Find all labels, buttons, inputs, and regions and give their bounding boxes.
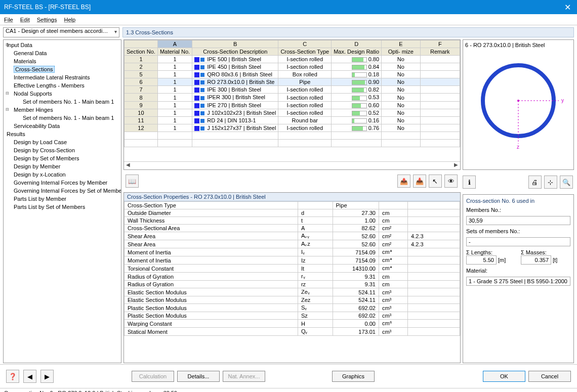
- tree-member-hinges[interactable]: Member Hinges: [5, 106, 120, 114]
- tree-r2[interactable]: Design by Set of Members: [5, 154, 120, 162]
- properties-title: Cross-Section Properties - RO 273.0x10.0…: [124, 193, 460, 201]
- tree-results[interactable]: Results: [5, 130, 120, 138]
- grid-row[interactable]: 2 1 IPE 450 | British Steel I-section ro…: [125, 63, 460, 71]
- menu-file[interactable]: File: [4, 17, 13, 23]
- properties-table[interactable]: Cross-Section Properties - RO 273.0x10.0…: [123, 192, 461, 363]
- titlebar: RF-STEEL BS - [RF-STEEL BS] ✕: [0, 0, 577, 14]
- sigma-masses-label: Σ Masses:: [521, 249, 570, 255]
- export-icon[interactable]: 📤: [397, 175, 410, 188]
- tree-r8[interactable]: Parts List by Set of Members: [5, 203, 120, 211]
- grid-row[interactable]: 12 1 J 152x127x37 | British Steel I-sect…: [125, 124, 460, 132]
- calculation-button[interactable]: Calculation: [132, 371, 174, 382]
- case-combo[interactable]: CA1 - Design of steel members according …: [3, 27, 119, 37]
- property-row: Warping ConstantH0.00cm⁶: [125, 320, 460, 328]
- property-row: Outside Diameterd27.30cm: [125, 209, 460, 217]
- used-in-panel: Cross-section No. 6 used in Members No.:…: [463, 194, 574, 363]
- prev-icon[interactable]: ◀: [23, 370, 36, 383]
- window-title: RF-STEEL BS - [RF-STEEL BS]: [4, 4, 562, 11]
- property-row: Wall Thicknesst1.00cm: [125, 217, 460, 225]
- svg-text:z: z: [517, 144, 519, 150]
- sigma-lengths-field[interactable]: 5.50: [466, 255, 497, 265]
- grid-row[interactable]: 7 1 IPE 300 | British Steel I-section ro…: [125, 86, 460, 94]
- magnifier-icon[interactable]: 🔍: [560, 176, 573, 189]
- svg-point-5: [517, 100, 519, 102]
- section-drawing: y z: [465, 50, 571, 151]
- property-row: Radius of Gyrationrz9.31cm: [125, 281, 460, 288]
- details-button[interactable]: Details...: [177, 371, 220, 382]
- help-icon[interactable]: ❓: [6, 370, 19, 383]
- grid-row[interactable]: 9 1 IPE 270 | British Steel I-section ro…: [125, 101, 460, 109]
- cross-sections-grid[interactable]: ABC DEF Section No. Material No. Cross-S…: [123, 39, 461, 170]
- property-row: Torsional ConstantIt14310.00cm⁴: [125, 265, 460, 273]
- menu-help[interactable]: Help: [64, 17, 75, 23]
- grid-row[interactable]: 10 1 J 102x102x23 | British Steel I-sect…: [125, 109, 460, 116]
- tree-r1[interactable]: Design by Cross-Section: [5, 146, 120, 154]
- property-row: Cross-Sectional AreaA82.62cm²: [125, 225, 460, 232]
- tree-r6[interactable]: Governing Internal Forces by Set of Memb…: [5, 187, 120, 195]
- ok-button[interactable]: OK: [483, 371, 525, 382]
- property-row: Radius of Gyrationrᵧ9.31cm: [125, 273, 460, 281]
- eye-icon[interactable]: 👁: [444, 175, 458, 188]
- property-row: Moment of InertiaIᵧ7154.09cm⁴: [125, 248, 460, 256]
- tree-r3[interactable]: Design by Member: [5, 162, 120, 170]
- material-field[interactable]: 1 - Grade S 275 Steel | BS 5950-1:2000: [466, 277, 570, 286]
- grid-row[interactable]: 1 1 IPE 500 | British Steel I-section ro…: [125, 56, 460, 63]
- property-row: Elastic Section ModulusZeᵧ524.11cm³: [125, 288, 460, 296]
- cancel-button[interactable]: Cancel: [528, 371, 571, 382]
- tree-r4[interactable]: Design by x-Location: [5, 170, 120, 179]
- tree-effective-lengths[interactable]: Effective Lengths - Members: [5, 81, 120, 90]
- navigation-tree[interactable]: Input Data General Data Materials Cross-…: [3, 39, 121, 363]
- section-preview: 6 - RO 273.0x10.0 | British Steel y z: [463, 39, 574, 170]
- preview-title: 6 - RO 273.0x10.0 | British Steel: [465, 42, 571, 48]
- axes-icon[interactable]: ⊹: [544, 176, 557, 189]
- tree-input-data[interactable]: Input Data: [5, 41, 120, 49]
- used-in-label: Cross-section No. 6 used in: [466, 198, 570, 204]
- tree-r7[interactable]: Parts List by Member: [5, 195, 120, 203]
- members-no-field[interactable]: 30,59: [466, 216, 570, 225]
- tree-serviceability[interactable]: Serviceability Data: [5, 122, 120, 130]
- next-icon[interactable]: ▶: [40, 370, 54, 383]
- sigma-masses-unit: [t]: [553, 257, 557, 263]
- tree-cross-sections[interactable]: Cross-Sections: [14, 66, 55, 73]
- property-row: Statical MomentQᵧ173.01cm³: [125, 328, 460, 336]
- property-row: Shear AreaAᵥz52.60cm²4.2.3: [125, 240, 460, 248]
- info-icon[interactable]: ℹ: [463, 176, 476, 189]
- pick-icon[interactable]: ↖: [429, 175, 442, 188]
- svg-text:y: y: [561, 98, 564, 103]
- property-row: Shear AreaAᵥᵧ52.60cm²4.2.3: [125, 232, 460, 240]
- menu-settings[interactable]: Settings: [37, 17, 57, 23]
- sigma-lengths-unit: [m]: [498, 257, 506, 263]
- sets-no-label: Sets of members No.:: [466, 228, 570, 234]
- tree-hinges-child[interactable]: Set of members No. 1 - Main beam 1: [5, 114, 120, 122]
- tree-nodal-child[interactable]: Set of members No. 1 - Main beam 1: [5, 98, 120, 106]
- library-icon[interactable]: 📖: [126, 175, 139, 188]
- statusbar: Cross-section No. 6 - RO 273.0x10.0 | Br…: [0, 388, 577, 392]
- grid-row[interactable]: 8 1 IPER 300 | British Steel I-section r…: [125, 94, 460, 101]
- property-row: Elastic Section ModulusZez524.11cm³: [125, 296, 460, 304]
- tree-r0[interactable]: Design by Load Case: [5, 138, 120, 146]
- property-row: Cross-Section TypePipe: [125, 202, 460, 209]
- grid-row[interactable]: 11 1 RD 24 | DIN 1013-1 Round bar 0.16 N…: [125, 116, 460, 124]
- close-icon[interactable]: ✕: [562, 3, 573, 12]
- menu-edit[interactable]: Edit: [20, 17, 30, 23]
- property-row: Plastic Section ModulusSᵧ692.02cm³: [125, 304, 460, 312]
- grid-row[interactable]: 6 1 RO 273.0x10.0 | British Ste Pipe 0.9…: [125, 78, 460, 86]
- tree-intermediate-lateral[interactable]: Intermediate Lateral Restraints: [5, 73, 120, 81]
- property-row: Plastic Section ModulusSz692.02cm³: [125, 312, 460, 320]
- sets-no-field[interactable]: -: [466, 237, 570, 246]
- print-icon[interactable]: 🖨: [528, 176, 542, 189]
- tree-general-data[interactable]: General Data: [5, 49, 120, 57]
- grid-scrollbar[interactable]: ◀▶: [124, 161, 460, 169]
- nat-annex-button[interactable]: Nat. Annex...: [223, 371, 265, 382]
- sigma-masses-field[interactable]: 0.357: [521, 255, 551, 265]
- section-header: 1.3 Cross-Sections: [122, 27, 574, 37]
- graphics-button[interactable]: Graphics: [332, 371, 375, 382]
- grid-row[interactable]: 5 1 QRO 80x3.6 | British Steel Box rolle…: [125, 71, 460, 78]
- import-icon[interactable]: 📥: [413, 175, 426, 188]
- menubar: File Edit Settings Help: [0, 14, 577, 25]
- tree-nodal-supports[interactable]: Nodal Supports: [5, 90, 120, 98]
- material-label: Material:: [466, 268, 570, 274]
- tree-r5[interactable]: Governing Internal Forces by Member: [5, 179, 120, 187]
- sigma-lengths-label: Σ Lengths:: [466, 249, 516, 255]
- tree-materials[interactable]: Materials: [5, 57, 120, 65]
